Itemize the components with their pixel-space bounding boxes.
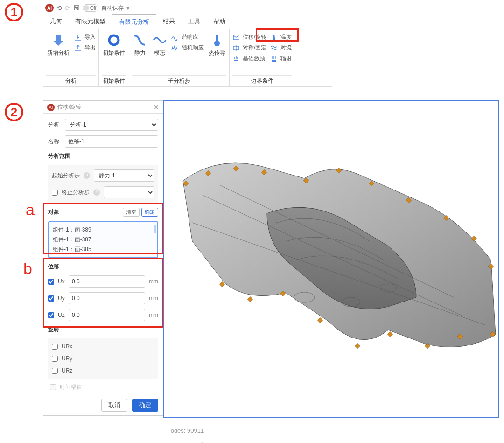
tab-fe-analysis[interactable]: 有限元分析 [112,14,156,29]
urz-checkbox[interactable] [52,368,58,374]
autosave-toggle[interactable]: Off [83,4,98,12]
group-label-analysis: 分析 [46,75,96,86]
end-step-checkbox[interactable] [52,190,58,196]
annotation-circle-2: 2 [5,103,23,121]
annotation-letter-b: b [23,260,32,278]
new-analysis-button[interactable]: 新增分析 [46,31,70,59]
svg-rect-17 [247,296,252,302]
random-button[interactable]: 随机响应 [171,44,204,52]
ribbon-group-analysis: 新增分析 导入 导出 分析 [43,29,99,86]
svg-rect-19 [317,317,322,323]
ux-checkbox[interactable] [48,279,54,285]
help-icon[interactable]: ? [84,172,90,179]
rotation-title: 旋转 [48,326,158,334]
urz-label: URz [62,367,72,374]
name-label: 名称 [48,138,61,146]
group-label-substep: 子分析步 [132,75,226,86]
panel-footer: 取消 确定 [43,395,163,415]
close-icon[interactable]: ✕ [154,104,159,111]
export-button[interactable]: 导出 [74,44,96,52]
ribbon-group-substep: 静力 模态 谐响应 随机响应 [129,29,230,86]
group-label-initial: 初始条件 [102,75,126,86]
tab-results[interactable]: 结果 [156,14,182,29]
svg-point-0 [109,35,119,45]
ribbon-group-bc: 位移/旋转 对称/固定 基础激励 温度 [230,29,294,86]
modal-button[interactable]: 模态 [152,31,168,59]
tab-fe-model[interactable]: 有限元模型 [69,14,112,29]
annotation-letter-a: a [26,201,35,219]
tab-tools[interactable]: 工具 [182,14,207,29]
undo-icon[interactable]: ⟲ [56,4,62,12]
model-render [164,101,499,418]
thermal-button[interactable]: 热传导 [208,31,226,59]
tab-help[interactable]: 帮助 [207,14,232,29]
svg-rect-2 [216,35,218,42]
scrollbar-thumb[interactable] [154,225,156,233]
uz-label: Uz [58,312,65,318]
uy-checkbox[interactable] [48,295,54,302]
objects-list[interactable]: 组件-1：面-389 组件-1：面-387 组件-1：面-385 [48,221,158,258]
temperature-button[interactable]: 温度 [270,33,292,41]
base-excitation-button[interactable]: 基础激励 [232,55,266,63]
panel-titlebar: AI 位移/旋转 ✕ [43,101,163,114]
uy-label: Uy [58,295,65,302]
thermal-icon [210,33,224,47]
displacement-rotation-button[interactable]: 位移/旋转 [232,33,266,41]
static-icon [133,33,147,47]
analysis-label: 分析 [48,121,61,129]
unit-label: mm [149,295,158,302]
symmetry-fixed-button[interactable]: 对称/固定 [232,44,266,52]
clear-button[interactable]: 清空 [123,208,140,217]
name-input[interactable] [65,135,158,148]
list-item[interactable]: 组件-1：面-387 [53,235,154,245]
new-analysis-icon [51,33,65,47]
dropdown-icon[interactable]: ▾ [126,5,130,12]
ribbon-tabs: 几何 有限元模型 有限元分析 结果 工具 帮助 [43,14,332,29]
uy-input[interactable] [69,292,145,304]
scope-box: 起始分析步 ? 静力-1 终止分析步 ? [48,165,158,203]
toggle-knob-icon [84,5,89,11]
analysis-select[interactable]: 分析-1 [65,119,158,131]
time-amplitude-checkbox [50,384,56,390]
tab-geometry[interactable]: 几何 [43,14,69,29]
redo-icon[interactable]: ⟳ [65,4,70,12]
list-item[interactable]: 组件-1：面-385 [53,245,154,254]
panel-title-text: 位移/旋转 [57,103,81,111]
list-item[interactable]: 组件-1：面-389 [53,225,154,235]
svg-rect-21 [387,331,392,337]
ux-input[interactable] [69,275,145,288]
confirm-selection-button[interactable]: 确定 [141,208,158,217]
3d-viewport[interactable] [163,100,499,418]
ribbon-group-initial: 初始条件 初始条件 [99,29,129,86]
save-icon[interactable]: 🖫 [73,4,80,12]
uz-checkbox[interactable] [48,312,54,318]
radiation-button[interactable]: 辐射 [270,55,292,63]
svg-rect-5 [234,60,238,61]
urx-checkbox[interactable] [52,344,58,350]
harmonic-button[interactable]: 谐响应 [171,33,204,41]
quick-access-toolbar: AI ⟲ ⟳ 🖫 Off 自动保存 ▾ [43,1,332,14]
rotation-box: URx URy URz [48,338,158,379]
export-icon [74,44,82,52]
start-step-select[interactable]: 静力-1 [94,169,154,182]
time-amplitude-label: 时间幅值 [60,383,82,391]
unit-label: mm [149,278,158,285]
uz-input[interactable] [69,309,145,321]
start-step-label: 起始分析步 [52,172,80,180]
initial-condition-icon [107,33,121,47]
import-button[interactable]: 导入 [74,33,96,41]
ux-label: Ux [58,278,65,285]
annotation-circle-1: 1 [5,3,23,21]
static-button[interactable]: 静力 [132,31,148,59]
cancel-button[interactable]: 取消 [101,399,127,412]
convection-button[interactable]: 对流 [270,44,292,52]
help-icon[interactable]: ? [93,189,100,196]
displacement-icon [232,34,240,41]
initial-condition-button[interactable]: 初始条件 [102,31,126,59]
urx-label: URx [62,343,72,350]
svg-rect-8 [272,60,276,62]
end-step-select[interactable] [104,186,154,198]
ury-checkbox[interactable] [52,356,58,362]
ok-button[interactable]: 确定 [132,399,158,412]
objects-header: 对象 清空 确定 [48,208,158,217]
